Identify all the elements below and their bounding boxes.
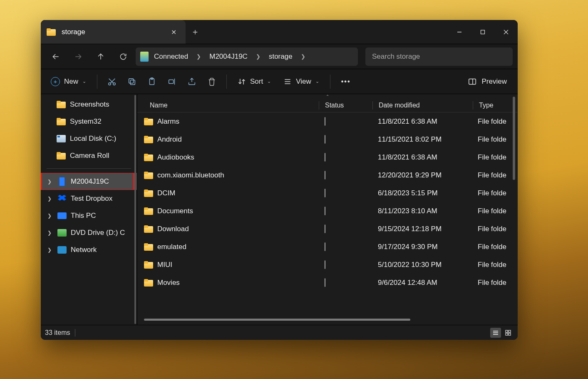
file-name: DCIM (157, 189, 175, 197)
chevron-right-icon[interactable]: ❯ (46, 246, 53, 254)
body: ScreenshotsSystem32Local Disk (C:)Camera… (41, 94, 518, 325)
chevron-right-icon: ❯ (298, 53, 309, 60)
paste-icon[interactable] (143, 73, 161, 90)
horizontal-scrollbar[interactable] (144, 319, 410, 321)
folder-icon (57, 101, 66, 108)
divider (226, 75, 227, 89)
sidebar-item-label: System32 (70, 117, 102, 126)
vertical-scrollbar[interactable] (513, 97, 515, 180)
file-name: Download (157, 225, 189, 233)
thumbnails-view-button[interactable] (503, 328, 514, 338)
chevron-right-icon: ❯ (193, 53, 204, 60)
chevron-right-icon[interactable]: ❯ (46, 195, 53, 202)
sidebar-item[interactable]: ❯M2004J19C (41, 173, 137, 190)
sort-button[interactable]: Sort ⌄ (233, 72, 276, 91)
svg-rect-22 (469, 79, 476, 84)
col-date[interactable]: Date modified (373, 102, 473, 109)
new-button[interactable]: + New ⌄ (46, 72, 91, 91)
details-view-button[interactable] (490, 328, 501, 338)
sidebar-item-label: Camera Roll (70, 152, 109, 160)
chevron-right-icon[interactable]: ❯ (46, 229, 53, 237)
file-date: 12/20/2021 9:29 PM (372, 171, 472, 180)
device-icon (140, 51, 149, 62)
new-label: New (64, 77, 78, 86)
tab-title: storage (62, 28, 161, 36)
maximize-button[interactable] (471, 20, 494, 44)
more-button[interactable]: ••• (336, 78, 356, 85)
dvd-icon (57, 229, 67, 237)
tab-storage[interactable]: storage ✕ (41, 20, 186, 44)
crumb-folder[interactable]: storage (266, 51, 295, 62)
phone-status-icon (325, 135, 325, 144)
file-row[interactable]: Alarms11/8/2021 6:38 AMFile folde (137, 112, 518, 130)
file-name: Audiobooks (157, 153, 194, 162)
col-name[interactable]: Name (137, 102, 319, 109)
back-button[interactable] (46, 47, 66, 66)
col-status[interactable]: Status (319, 102, 372, 109)
sidebar-item[interactable]: ❯This PC (41, 207, 137, 224)
new-tab-button[interactable]: ＋ (186, 20, 205, 44)
sidebar-item[interactable]: ❯Network (41, 241, 137, 258)
file-name: Alarms (157, 117, 179, 126)
file-row[interactable]: Audiobooks11/8/2021 6:38 AMFile folde (137, 148, 518, 166)
sidebar-item[interactable]: ❯Test Dropbox (41, 190, 137, 207)
sidebar-scrollbar[interactable] (134, 95, 136, 324)
cut-icon[interactable] (103, 73, 121, 90)
share-icon[interactable] (183, 73, 201, 90)
file-name: Movies (157, 279, 180, 287)
file-row[interactable]: emulated9/17/2024 9:30 PMFile folde (137, 238, 518, 256)
window-controls (448, 20, 518, 44)
view-button[interactable]: View ⌄ (278, 72, 324, 91)
sidebar-item[interactable]: Screenshots (41, 96, 137, 113)
tab-close-icon[interactable]: ✕ (167, 26, 180, 38)
svg-rect-29 (506, 333, 508, 335)
sidebar-item-label: Test Dropbox (71, 194, 112, 203)
file-row[interactable]: Android11/15/2021 8:02 PMFile folde (137, 130, 518, 148)
phone-status-icon (325, 224, 325, 233)
file-row[interactable]: Download9/15/2024 12:18 PMFile folde (137, 220, 518, 238)
sidebar-item[interactable]: ❯DVD Drive (D:) C (41, 224, 137, 241)
chevron-right-icon[interactable]: ❯ (46, 212, 53, 219)
file-row[interactable]: DCIM6/18/2023 5:15 PMFile folde (137, 184, 518, 202)
file-type: File folde (472, 261, 518, 269)
preview-label: Preview (482, 77, 507, 86)
file-date: 6/18/2023 5:15 PM (372, 189, 472, 197)
file-type: File folde (472, 153, 518, 162)
col-type[interactable]: Type (473, 102, 518, 109)
preview-toggle[interactable]: Preview (468, 77, 513, 86)
file-row[interactable]: com.xiaomi.bluetooth12/20/2021 9:29 PMFi… (137, 166, 518, 184)
up-button[interactable] (91, 47, 111, 66)
file-row[interactable]: Documents8/11/2023 8:10 AMFile folde (137, 202, 518, 220)
delete-icon[interactable] (203, 73, 221, 90)
explorer-window: storage ✕ ＋ Connected ❯ M2004J19C ❯ stor… (41, 20, 518, 340)
close-button[interactable] (494, 20, 518, 44)
copy-icon[interactable] (123, 73, 141, 90)
crumb-connected[interactable]: Connected (151, 51, 191, 62)
breadcrumb[interactable]: Connected ❯ M2004J19C ❯ storage ❯ (136, 47, 358, 66)
chevron-right-icon[interactable]: ❯ (46, 178, 53, 185)
sort-icon (238, 77, 246, 86)
folder-icon (144, 154, 153, 161)
refresh-button[interactable] (113, 47, 133, 66)
preview-icon (468, 77, 477, 86)
phone-status-icon (325, 242, 325, 251)
divider (75, 329, 75, 337)
file-row[interactable]: MIUI5/10/2022 10:30 PMFile folde (137, 256, 518, 274)
chevron-down-icon: ⌄ (315, 79, 319, 84)
file-date: 5/10/2022 10:30 PM (372, 261, 472, 269)
chevron-right-icon: ❯ (253, 53, 264, 60)
rename-icon[interactable] (163, 73, 181, 90)
folder-icon (57, 118, 66, 125)
minimize-button[interactable] (448, 20, 471, 44)
divider (330, 75, 330, 89)
forward-button[interactable] (68, 47, 88, 66)
search-input[interactable]: Search storage (365, 47, 513, 66)
view-toggle (490, 328, 514, 338)
sidebar-item-label: Screenshots (70, 100, 109, 109)
file-row[interactable]: Movies9/6/2024 12:48 AMFile folde (137, 274, 518, 292)
sidebar-item[interactable]: System32 (41, 113, 137, 130)
folder-icon (144, 172, 153, 179)
crumb-device[interactable]: M2004J19C (207, 51, 250, 62)
sidebar-item[interactable]: Camera Roll (41, 147, 137, 164)
sidebar-item[interactable]: Local Disk (C:) (41, 130, 137, 147)
